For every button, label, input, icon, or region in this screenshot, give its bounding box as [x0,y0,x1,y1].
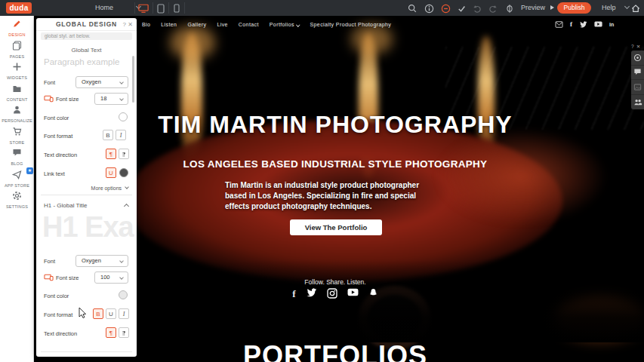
divider [184,2,185,14]
folder-icon [12,84,22,94]
editor-window: duda Home [0,0,644,362]
direction-rtl-button[interactable]: ¶ [119,149,129,159]
linkedin-icon[interactable]: in [609,22,614,27]
dashboard-home-button[interactable] [630,3,641,14]
h1-underline-button[interactable]: U [106,308,116,319]
desktop-view-button[interactable] [138,3,149,14]
nav-link-gallery[interactable]: Gallery [187,22,206,27]
font-size-select[interactable]: 18 [94,93,128,105]
h1-direction-rtl-button[interactable]: ¶ [119,327,129,338]
feedback-button[interactable] [440,3,451,14]
email-icon[interactable] [555,21,563,28]
font-color-swatch[interactable] [119,112,128,121]
speech-bubble-icon [12,148,22,158]
youtube-icon[interactable] [594,21,602,27]
app-store-icon [12,170,22,179]
sidebar-item-widgets[interactable]: WIDGETS [0,59,34,81]
nav-link-bio[interactable]: Bio [142,22,150,27]
info-button[interactable] [424,3,434,14]
person-icon [12,105,22,115]
plus-icon [12,62,22,72]
editor-sidebar: DESIGN PAGES WIDGETS CONTENT PERSONALIZE… [0,16,34,362]
save-check-button[interactable] [456,3,467,14]
search-button[interactable] [407,3,418,14]
search-icon [408,4,417,13]
sidebar-item-pages[interactable]: PAGES [0,38,34,60]
h1-font-color-swatch[interactable] [119,290,128,299]
font-size-label: Font size [56,96,79,103]
team-button[interactable] [631,95,644,110]
tablet-view-button[interactable] [156,3,166,14]
redo-button[interactable] [488,3,498,14]
panel-close-button[interactable]: ✕ [128,18,133,31]
instagram-icon[interactable] [327,288,337,299]
twitter-icon[interactable] [579,21,587,28]
sidebar-item-blog[interactable]: BLOG [0,145,34,167]
sidebar-item-design[interactable]: DESIGN [0,16,34,38]
help-menu[interactable]: Help [602,0,629,16]
twitter-icon[interactable] [306,288,317,297]
sidebar-item-settings[interactable]: SETTINGS [0,188,34,210]
text-direction-label: Text direction [44,152,77,158]
overlay-help-button[interactable]: ? [631,44,636,49]
font-label: Font [44,79,55,86]
chevron-down-icon [119,97,124,101]
view-portfolio-button[interactable]: View The Portfolio [290,219,382,235]
direction-ltr-button[interactable]: ¶ [106,149,116,159]
chevron-down-icon [296,23,300,26]
nav-link-portfolios[interactable]: Portfolios [270,22,300,27]
code-icon [505,4,514,14]
undo-button[interactable] [472,3,482,14]
overlay-close-button[interactable]: ✕ [636,44,642,49]
nav-social-icons: f in [555,20,614,28]
h1-font-size-select[interactable]: 100 [94,272,128,284]
chevron-down-icon [125,185,129,189]
sidebar-item-personalize[interactable]: PERSONALIZE [0,102,34,124]
media-button[interactable] [631,80,644,95]
page-selector[interactable]: Home [95,0,140,16]
italic-button[interactable]: I [116,130,126,140]
nav-link-specialty[interactable]: Specialty Product Photography [310,22,391,27]
nav-link-live[interactable]: Live [217,22,227,27]
sidebar-item-content[interactable]: CONTENT [0,81,34,103]
collapse-section-button[interactable] [124,204,129,209]
comment-icon [633,68,642,76]
comments-button[interactable] [631,66,644,81]
info-icon [424,4,434,14]
insights-button[interactable] [631,51,644,66]
divider [41,351,132,352]
facebook-icon[interactable]: f [292,288,295,300]
nav-link-listen[interactable]: Listen [161,22,177,27]
paragraph-example-preview: Paragraph example [44,57,119,66]
h1-direction-ltr-button[interactable]: ¶ [106,327,116,338]
youtube-icon[interactable] [347,288,359,296]
h1-example-preview: H1 Example [42,211,134,244]
h1-section-title: H1 - Global Title [44,202,87,209]
snapchat-icon[interactable] [368,288,378,298]
link-color-swatch[interactable] [119,168,128,177]
mobile-icon [174,4,180,13]
bold-button[interactable]: B [103,130,113,140]
h1-italic-button[interactable]: I [119,308,129,319]
play-icon [550,5,554,10]
sidebar-item-store[interactable]: STORE [0,124,34,146]
publish-button[interactable]: Publish [557,2,591,14]
h1-font-label: Font [44,258,55,265]
h1-font-select[interactable]: Oxygen [75,255,128,267]
collaboration-toolbar [631,51,644,109]
more-options-link[interactable]: More options [91,186,128,191]
underline-button[interactable]: U [106,167,116,178]
h1-bold-button[interactable]: B [93,308,103,319]
facebook-icon[interactable]: f [570,20,572,28]
responsive-icon [44,95,54,103]
panel-help-button[interactable]: ? [123,18,126,31]
sidebar-item-app-store[interactable]: ★ APP STORE [0,167,34,189]
duda-logo[interactable]: duda [6,2,32,14]
font-select[interactable]: Oxygen [75,76,128,88]
panel-scrollbar[interactable] [132,56,134,103]
dev-mode-button[interactable] [504,3,515,14]
preview-button[interactable]: Preview [521,0,554,16]
mobile-view-button[interactable] [171,3,182,14]
h1-font-size-label: Font size [56,275,79,281]
nav-link-contact[interactable]: Contact [239,22,259,27]
